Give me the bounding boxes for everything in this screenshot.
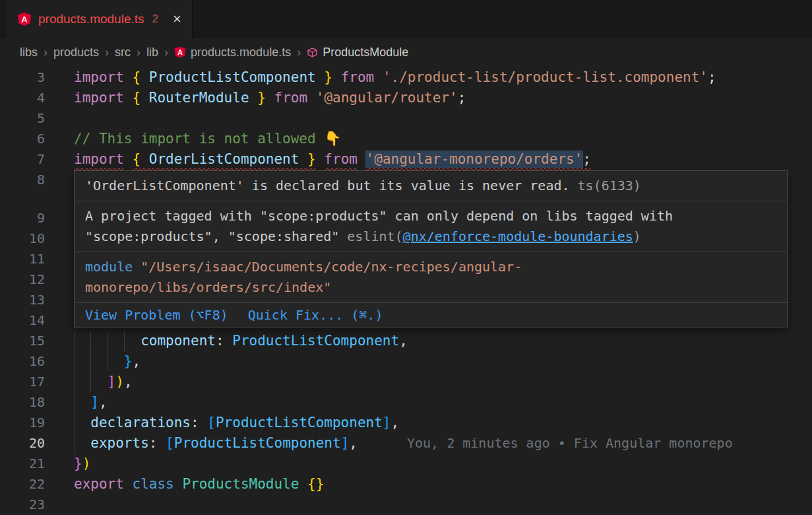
- code-token: './product-list/product-list.component': [383, 69, 708, 85]
- code-line-19[interactable]: 19 declarations: [ProductListComponent],: [0, 413, 812, 433]
- hover-eslint-message: A project tagged with "scope:products" c…: [75, 201, 787, 252]
- line-number-13[interactable]: 13: [0, 290, 45, 310]
- line-number-22[interactable]: 22: [0, 474, 45, 495]
- code-line-23[interactable]: 23: [0, 495, 812, 515]
- hover-ts-message: 'OrderListComponent' is declared but its…: [75, 171, 787, 201]
- code-token: '@angular-monorepo/orders': [366, 151, 583, 167]
- code-token: exports: [90, 435, 149, 451]
- line-number-12[interactable]: 12: [0, 269, 45, 290]
- code-token: ]: [90, 394, 99, 410]
- code-token: [74, 374, 108, 390]
- line-number-15[interactable]: 15: [0, 331, 45, 351]
- ts-error-text: 'OrderListComponent' is declared but its…: [85, 178, 570, 193]
- line-number-18[interactable]: 18: [0, 392, 45, 413]
- code-token: {: [133, 69, 141, 85]
- module-keyword: module: [85, 259, 133, 275]
- quick-fix-button[interactable]: Quick Fix... (⌘.): [248, 307, 383, 323]
- code-token: ProductListComponent: [141, 69, 324, 85]
- code-token: [174, 476, 183, 492]
- code-token: ,: [124, 374, 133, 390]
- code-token: ): [82, 456, 91, 471]
- code-text: export class ProductsModule {}: [74, 474, 324, 495]
- code-token: ,: [99, 394, 108, 410]
- line-number-20[interactable]: 20: [0, 433, 45, 454]
- line-number-23[interactable]: 23: [0, 495, 45, 515]
- code-token: declarations: [90, 415, 191, 430]
- code-token: }: [307, 151, 316, 167]
- code-line-4[interactable]: 4import { RouterModule } from '@angular/…: [0, 88, 812, 108]
- code-token: ]: [341, 435, 350, 451]
- line-number-5[interactable]: 5: [0, 108, 45, 129]
- code-token: }: [74, 456, 82, 471]
- code-token: :: [149, 435, 166, 451]
- code-token: [332, 69, 341, 85]
- code-token: [: [207, 415, 216, 430]
- code-line-17[interactable]: 17 ]),: [0, 372, 812, 392]
- code-text: exports: [ProductListComponent],: [74, 433, 358, 454]
- git-blame-annotation: You, 2 minutes ago • Fix Angular monorep…: [407, 433, 733, 454]
- line-number-3[interactable]: 3: [0, 67, 45, 88]
- code-token: [374, 69, 383, 85]
- code-line-22[interactable]: 22export class ProductsModule {}: [0, 474, 812, 495]
- code-token: ProductListComponent: [232, 333, 399, 349]
- module-path-line2: monorepo/libs/orders/src/index": [85, 279, 331, 295]
- line-number-10[interactable]: 10: [0, 228, 45, 249]
- line-number-19[interactable]: 19: [0, 413, 45, 433]
- hover-actions: View Problem (⌥F8) Quick Fix... (⌘.): [75, 302, 787, 327]
- eslint-rule-link[interactable]: @nx/enforce-module-boundaries: [403, 228, 633, 244]
- eslint-source-suffix: ): [633, 228, 641, 244]
- code-token: ProductListComponent: [216, 415, 383, 430]
- module-path-line1: "/Users/isaac/Documents/code/nx-recipes/…: [141, 259, 522, 275]
- code-line-18[interactable]: 18 ],: [0, 392, 812, 413]
- code-token: [: [166, 435, 174, 451]
- eslint-error-line1: A project tagged with "scope:products" c…: [85, 208, 673, 224]
- line-number-21[interactable]: 21: [0, 454, 45, 474]
- line-number-4[interactable]: 4: [0, 88, 45, 108]
- code-text: // This import is not allowed 👇: [74, 129, 342, 149]
- code-line-15[interactable]: 15 component: ProductListComponent,: [0, 331, 812, 351]
- line-number-16[interactable]: 16: [0, 351, 45, 372]
- code-token: }: [324, 69, 332, 85]
- code-token: [74, 353, 124, 369]
- line-number-8[interactable]: 8: [0, 170, 45, 190]
- code-token: ]: [108, 374, 116, 390]
- line-number-14[interactable]: 14: [0, 310, 45, 331]
- code-token: ;: [708, 69, 716, 85]
- line-number-6[interactable]: 6: [0, 129, 45, 149]
- editor-pane[interactable]: 3import { ProductListComponent } from '.…: [0, 0, 812, 515]
- code-token: {}: [307, 476, 324, 492]
- line-number-17[interactable]: 17: [0, 372, 45, 392]
- code-line-21[interactable]: 21}): [0, 454, 812, 474]
- eslint-source-prefix: eslint(: [347, 228, 402, 244]
- code-token: ): [115, 374, 124, 390]
- code-token: ;: [458, 90, 466, 106]
- code-line-6[interactable]: 6// This import is not allowed 👇: [0, 129, 812, 149]
- code-line-3[interactable]: 3import { ProductListComponent } from '.…: [0, 67, 812, 88]
- code-token: from: [274, 90, 308, 106]
- code-token: ProductsModule: [182, 476, 299, 492]
- code-token: {: [133, 90, 141, 106]
- code-line-7[interactable]: 7import { OrderListComponent } from '@an…: [0, 149, 812, 170]
- code-token: from: [324, 151, 358, 167]
- vscode-window: A products.module.ts 2 × libs › products…: [0, 0, 812, 515]
- code-line-20[interactable]: 20 exports: [ProductListComponent],You, …: [0, 433, 812, 454]
- code-text: import { OrderListComponent } from '@ang…: [74, 149, 591, 170]
- code-token: ,: [133, 353, 141, 369]
- code-text: import { RouterModule } from '@angular/r…: [74, 88, 466, 108]
- code-token: export: [74, 476, 124, 492]
- code-token: }: [124, 353, 133, 369]
- code-token: :: [191, 415, 207, 430]
- code-text: component: ProductListComponent,: [74, 331, 408, 351]
- code-token: [124, 69, 133, 85]
- code-token: }: [257, 90, 266, 106]
- code-token: [316, 151, 325, 167]
- code-token: from: [341, 69, 375, 85]
- line-number-11[interactable]: 11: [0, 249, 45, 269]
- line-number-7[interactable]: 7: [0, 149, 45, 170]
- ts-error-source: ts(6133): [578, 178, 641, 193]
- view-problem-button[interactable]: View Problem (⌥F8): [85, 307, 228, 323]
- line-number-9[interactable]: 9: [0, 208, 45, 228]
- code-token: class: [133, 476, 174, 492]
- code-line-16[interactable]: 16 },: [0, 351, 812, 372]
- code-line-5[interactable]: 5: [0, 108, 812, 129]
